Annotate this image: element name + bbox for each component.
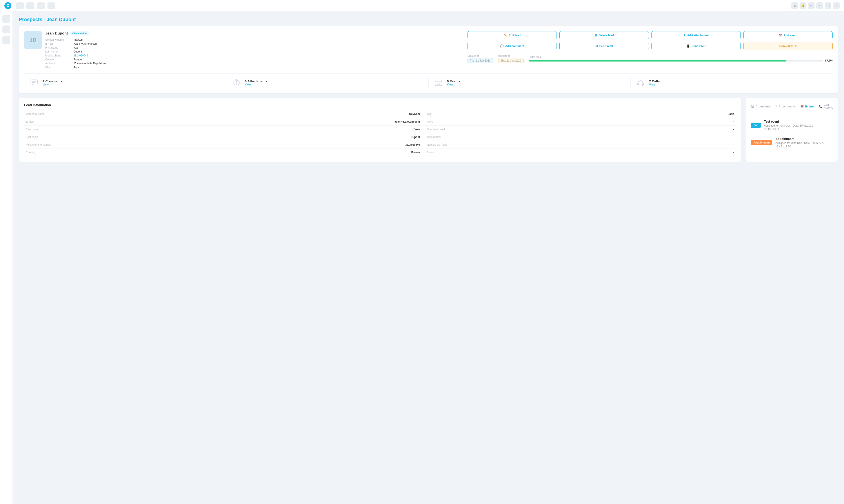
attachments-view-link[interactable]: View xyxy=(245,83,267,86)
nav-btn-2[interactable] xyxy=(27,2,34,9)
edit-lead-button[interactable]: ✏️ Edit lead xyxy=(468,31,557,39)
attachments-count: 0 Attachments xyxy=(245,79,267,83)
status-badge: Client active xyxy=(70,32,89,35)
info-col-value2: - xyxy=(692,141,736,149)
tab-events[interactable]: 📅 Events xyxy=(800,103,814,112)
close-icon-btn[interactable]: ✕ xyxy=(816,2,823,9)
stat-events-text: 0 Events View xyxy=(447,79,461,86)
nav-btn-3[interactable] xyxy=(37,2,45,9)
nav-btn-1[interactable] xyxy=(16,2,24,9)
info-col-value: 3314020549 xyxy=(295,141,422,149)
last-name-value: Dupont xyxy=(73,50,462,53)
progress-pct: 87,5% xyxy=(825,59,832,62)
mail-icon: ✉ xyxy=(595,44,598,48)
app-logo: C xyxy=(4,2,12,9)
table-row: Company name KavKom City Paris xyxy=(24,110,736,118)
comment-icon: 💬 xyxy=(500,44,504,48)
add-event-button[interactable]: 📅 Add event xyxy=(743,31,832,39)
events-tabs: 💬 Comments ⬆ Attachments 📅 Events 📞 Call… xyxy=(751,103,832,112)
tab-call-history-label: Call history xyxy=(824,103,833,110)
info-col-label2: Status xyxy=(422,149,692,157)
send-sms-button[interactable]: 📱 Send SMS xyxy=(651,42,741,50)
tab-attachments[interactable]: ⬆ Attachments xyxy=(775,103,796,112)
company-name-label: Company name xyxy=(45,38,72,41)
layout: Prospects - Jean Dupont JD Jean Dupont C… xyxy=(0,12,844,504)
fields-filing-group: Fields filing 87,5% xyxy=(529,56,832,62)
address-value: 25 Avenue de la Republique xyxy=(73,62,462,65)
sms-icon: 📱 xyxy=(686,44,690,48)
events-panel: 💬 Comments ⬆ Attachments 📅 Events 📞 Call… xyxy=(745,98,838,162)
add-attachment-button[interactable]: ⬆ Add attachment xyxy=(651,31,741,39)
calendar-stat-icon: 15 xyxy=(433,77,444,88)
table-row: Mobile phone number 3314020549 Nombre de… xyxy=(24,141,736,149)
progress-bar-bg xyxy=(529,60,823,61)
lead-left: JD Jean Dupont Client active Company nam… xyxy=(24,31,462,69)
info-col-label2: Sourde du lead xyxy=(422,126,692,133)
lead-card: JD Jean Dupont Client active Company nam… xyxy=(19,26,838,93)
info-col-value: Jean@KavKom.com xyxy=(295,118,422,126)
event-details: Test event Assigned to: John Doe Date: 1… xyxy=(764,120,813,131)
info-col-value: France xyxy=(295,149,422,157)
events-count: 0 Events xyxy=(447,79,461,83)
table-row: E-maill Jean@KavKom.com Pays - xyxy=(24,118,736,126)
tab-comments[interactable]: 💬 Comments xyxy=(751,103,770,112)
info-col-label: Last name xyxy=(24,133,295,141)
sidebar-item-2[interactable] xyxy=(2,25,10,33)
add-comment-button[interactable]: 💬 Add comment xyxy=(468,42,557,50)
lead-name: Jean Dupont xyxy=(45,31,68,36)
info-col-label: E-maill xyxy=(24,118,295,126)
convert-to-button[interactable]: Convert to ▾ xyxy=(743,42,832,50)
stat-attachments: 0 Attachments View xyxy=(226,77,428,88)
svg-rect-0 xyxy=(31,80,37,84)
svg-rect-12 xyxy=(637,83,639,85)
dates-row: Created at Thu, 11 Jun 2020 Updated at T… xyxy=(468,54,832,63)
tab-call-history[interactable]: 📞 Call history xyxy=(819,103,833,112)
action-row-1: ✏️ Edit lead 🗑 Delete lead ⬆ Add attachm… xyxy=(468,31,832,39)
bottom-section: Lead information Company name KavKom Cit… xyxy=(19,98,838,162)
info-col-value: KavKom xyxy=(295,110,422,118)
tab-events-label: Events xyxy=(805,105,814,108)
send-mail-button[interactable]: ✉ Send mail xyxy=(559,42,649,50)
sidebar-item-1[interactable] xyxy=(2,15,10,23)
expand-icon-btn[interactable]: ⛶ xyxy=(825,2,831,9)
info-col-value: Dupont xyxy=(295,133,422,141)
mobile-phone-label: Mobile phone xyxy=(45,54,72,57)
sidebar xyxy=(0,12,13,504)
info-col-value: Jean xyxy=(295,126,422,133)
lead-info-panel-title: Lead information xyxy=(24,103,736,107)
delete-icon: 🗑 xyxy=(594,34,597,37)
info-col-label2: Nombre de Poste xyxy=(422,141,692,149)
events-view-link[interactable]: View xyxy=(447,83,461,86)
headset-stat-icon xyxy=(635,77,646,88)
event-details: Appointment Assigned to: John Doe Date: … xyxy=(775,137,824,148)
info-col-value2: - xyxy=(692,149,736,157)
info-col-label: Mobile phone number xyxy=(24,141,295,149)
settings-icon-btn[interactable]: ⚙ xyxy=(808,2,814,9)
avatar: JD xyxy=(24,31,42,49)
bell-icon-btn[interactable]: 🔔 xyxy=(799,2,806,9)
updated-at-label: Updated at xyxy=(498,54,524,57)
lead-info-panel: Lead information Company name KavKom Cit… xyxy=(19,98,741,162)
table-row: Country France Status - xyxy=(24,149,736,157)
more-icon-btn[interactable]: ⋮ xyxy=(833,2,840,9)
info-col-label: First name xyxy=(24,126,295,133)
lead-actions: ✏️ Edit lead 🗑 Delete lead ⬆ Add attachm… xyxy=(468,31,832,69)
nav-btn-4[interactable] xyxy=(48,2,55,9)
page-title: Prospects - Jean Dupont xyxy=(19,17,838,22)
first-name-label: First Name xyxy=(45,46,72,49)
grid-icon-btn[interactable]: ⊞ xyxy=(791,2,798,9)
created-at-label: Created at xyxy=(468,54,493,57)
info-col-label2: City xyxy=(422,110,692,118)
top-nav-right: ⊞ 🔔 ⚙ ✕ ⛶ ⋮ xyxy=(791,2,840,9)
sidebar-item-3[interactable] xyxy=(2,36,10,44)
calendar-tab-icon: 📅 xyxy=(800,105,804,108)
tab-attachments-label: Attachments xyxy=(778,105,796,108)
comments-view-link[interactable]: View xyxy=(42,83,63,86)
delete-lead-button[interactable]: 🗑 Delete lead xyxy=(559,31,649,39)
calendar-plus-icon: 📅 xyxy=(778,34,782,37)
updated-at-group: Updated at Thu, 11 Jun 2020 xyxy=(498,54,524,63)
info-col-label: Company name xyxy=(24,110,295,118)
tab-comments-label: Comments xyxy=(756,105,770,108)
calls-view-link[interactable]: View xyxy=(649,83,660,86)
info-col-value2: Paris xyxy=(692,110,736,118)
